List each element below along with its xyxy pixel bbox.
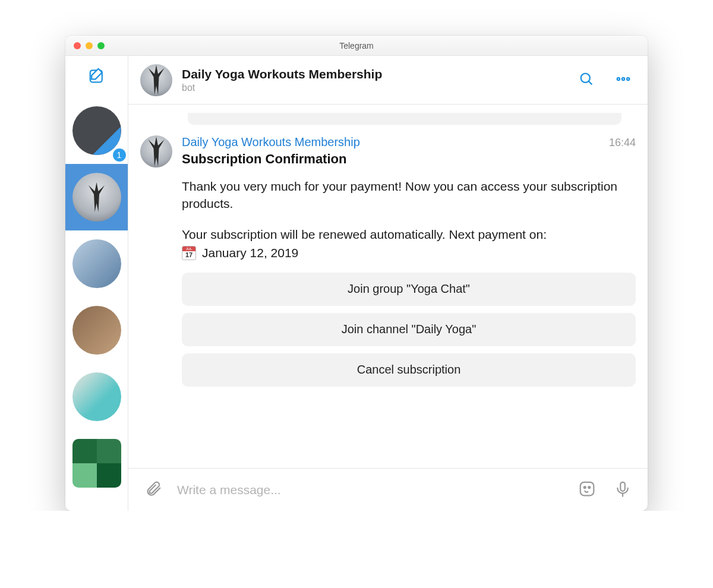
message-title: Subscription Confirmation — [182, 151, 636, 167]
chat-list-item[interactable] — [65, 430, 128, 497]
chat-header-avatar[interactable] — [140, 64, 172, 96]
sticker-button[interactable] — [575, 478, 599, 502]
svg-rect-9 — [620, 482, 625, 491]
voice-button[interactable] — [611, 478, 635, 502]
previous-message-buttons — [188, 113, 621, 125]
chat-list-item[interactable] — [65, 230, 128, 297]
avatar — [72, 439, 121, 488]
message: Daily Yoga Workouts Membership 16:44 Sub… — [140, 135, 636, 394]
search-icon — [578, 71, 595, 90]
inline-button-join-group[interactable]: Join group "Yoga Chat" — [182, 273, 636, 306]
sticker-icon — [578, 480, 596, 500]
message-paragraph: Thank you very much for your payment! No… — [182, 178, 636, 213]
svg-line-2 — [589, 81, 592, 84]
window-controls — [65, 42, 105, 49]
svg-point-7 — [584, 486, 586, 488]
avatar — [72, 106, 121, 155]
unread-badge: 1 — [112, 147, 127, 163]
more-button[interactable] — [610, 67, 637, 94]
svg-point-8 — [588, 486, 590, 488]
message-time: 16:44 — [609, 137, 636, 149]
svg-rect-6 — [581, 482, 594, 495]
chat-title: Daily Yoga Workouts Membership — [182, 67, 563, 81]
inline-button-truncated[interactable] — [188, 113, 621, 125]
chat-list-item[interactable]: 1 — [65, 97, 128, 164]
message-input[interactable] — [177, 478, 563, 502]
composer — [128, 468, 648, 511]
sidebar: 1 — [65, 56, 128, 511]
calendar-icon: JUL 17 — [182, 246, 196, 260]
chat-list-item[interactable] — [65, 363, 128, 430]
message-paragraph: Your subscription will be renewed automa… — [182, 226, 636, 243]
svg-point-5 — [627, 77, 629, 80]
chat-header-texts[interactable]: Daily Yoga Workouts Membership bot — [182, 67, 563, 93]
maximize-window-button[interactable] — [97, 42, 105, 49]
message-avatar[interactable] — [140, 135, 172, 167]
svg-point-3 — [617, 77, 620, 80]
svg-point-1 — [581, 73, 590, 82]
avatar — [72, 239, 121, 288]
paperclip-icon — [144, 480, 162, 500]
titlebar: Telegram — [65, 36, 648, 56]
svg-point-4 — [622, 77, 624, 80]
app-window: Telegram 1 — [65, 36, 648, 511]
search-button[interactable] — [573, 67, 600, 94]
main-panel: Daily Yoga Workouts Membership bot — [128, 56, 648, 511]
inline-button-join-channel[interactable]: Join channel "Daily Yoga" — [182, 313, 636, 346]
app-body: 1 Daily Yoga Workouts Membership — [65, 56, 648, 511]
avatar — [72, 372, 121, 421]
message-sender[interactable]: Daily Yoga Workouts Membership — [182, 135, 360, 149]
more-icon — [615, 71, 632, 90]
chat-subtitle: bot — [182, 83, 563, 93]
window-title: Telegram — [65, 41, 648, 50]
close-window-button[interactable] — [74, 42, 81, 49]
avatar — [72, 173, 121, 222]
inline-button-cancel-subscription[interactable]: Cancel subscription — [182, 353, 636, 387]
message-date: January 12, 2019 — [202, 244, 298, 261]
avatar — [72, 306, 121, 355]
chat-list-item-active[interactable] — [65, 164, 128, 230]
message-text: Thank you very much for your payment! No… — [182, 178, 636, 262]
compose-icon[interactable] — [88, 67, 106, 87]
chat-header: Daily Yoga Workouts Membership bot — [128, 56, 648, 105]
microphone-icon — [614, 480, 632, 500]
minimize-window-button[interactable] — [86, 42, 93, 49]
attach-button[interactable] — [141, 478, 165, 502]
chat-list-item[interactable] — [65, 297, 128, 363]
inline-keyboard: Join group "Yoga Chat" Join channel "Dai… — [182, 273, 636, 387]
chat-scroll[interactable]: Daily Yoga Workouts Membership 16:44 Sub… — [128, 105, 648, 468]
